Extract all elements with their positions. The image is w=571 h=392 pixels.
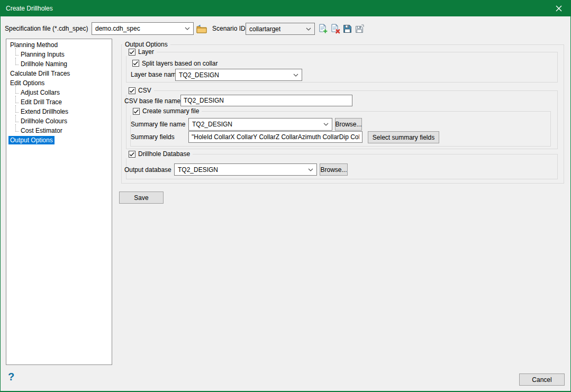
sidebar-tree: Planning MethodPlanning InputsDrillhole …	[6, 39, 112, 365]
chevron-down-icon	[293, 74, 298, 77]
summary-browse-button[interactable]: Browse...	[335, 118, 362, 131]
sidebar-item-cost-estimator[interactable]: Cost Estimator	[19, 126, 64, 135]
check-icon	[129, 151, 135, 157]
titlebar: Create Drillholes	[1, 1, 570, 16]
layer-checkbox-label: Layer	[138, 48, 154, 56]
summary-fields-label: Summary fields	[131, 133, 175, 141]
chevron-down-icon	[185, 27, 190, 30]
summary-fields-input[interactable]	[188, 131, 362, 143]
sidebar-item-planning-inputs[interactable]: Planning Inputs	[19, 50, 66, 59]
check-icon	[133, 60, 139, 66]
create-drillholes-dialog: Create Drillholes Specification file (*.…	[0, 0, 571, 392]
close-button[interactable]	[547, 1, 570, 16]
sidebar-item-output-options[interactable]: Output Options	[8, 136, 55, 144]
layer-base-name-combobox[interactable]: TQ2_DESIGN	[175, 69, 302, 81]
sidebar-item-edit-options[interactable]: Edit Options	[8, 79, 46, 87]
save-scenario-as-icon	[355, 24, 364, 33]
check-icon	[133, 108, 139, 114]
sidebar-item-drillhole-colours[interactable]: Drillhole Colours	[19, 117, 69, 125]
help-button[interactable]: ?	[8, 371, 14, 383]
scenario-id-label: Scenario ID	[212, 25, 246, 32]
database-browse-button[interactable]: Browse...	[320, 163, 348, 176]
scenario-id-combobox[interactable]: collartarget	[246, 23, 315, 35]
summary-file-name-label: Summary file name	[131, 121, 185, 128]
chevron-down-icon	[308, 168, 313, 171]
output-database-label: Output database	[124, 166, 171, 174]
layer-base-name-label: Layer base name	[131, 71, 180, 78]
tree-branch-line	[15, 48, 19, 56]
select-summary-fields-button[interactable]: Select summary fields	[368, 131, 439, 143]
scenario-id-value: collartarget	[249, 25, 280, 33]
check-icon	[129, 88, 135, 94]
csv-base-file-label: CSV base file name	[124, 97, 180, 105]
save-scenario-button[interactable]	[342, 23, 352, 34]
layer-legend: Layer	[126, 48, 157, 56]
sidebar-item-extend-drillholes[interactable]: Extend Drillholes	[19, 107, 70, 116]
sidebar-item-drillhole-naming[interactable]: Drillhole Naming	[19, 60, 69, 68]
delete-scenario-icon	[330, 24, 340, 34]
save-button[interactable]: Save	[119, 192, 164, 204]
tree-branch-line	[15, 124, 19, 132]
summary-file-name-value: TQ2_DESIGN	[192, 121, 232, 128]
create-summary-checkbox[interactable]	[133, 108, 140, 115]
spec-file-value: demo.cdh_spec	[95, 25, 140, 32]
sidebar-item-calculate-drill-traces[interactable]: Calculate Drill Traces	[8, 69, 71, 78]
chevron-down-icon	[306, 28, 311, 31]
output-database-value: TQ2_DESIGN	[178, 166, 218, 174]
create-summary-label: Create summary file	[142, 107, 199, 115]
cancel-button[interactable]: Cancel	[519, 373, 565, 386]
new-scenario-button[interactable]	[318, 23, 328, 34]
check-icon	[129, 49, 135, 55]
tree-branch-line	[15, 58, 19, 65]
csv-legend: CSV	[126, 86, 154, 95]
create-summary-legend: Create summary file	[130, 107, 202, 115]
csv-checkbox-label: CSV	[138, 87, 151, 94]
split-layers-checkbox[interactable]	[132, 60, 139, 67]
output-database-combobox[interactable]: TQ2_DESIGN	[174, 163, 317, 176]
layer-base-name-value: TQ2_DESIGN	[179, 71, 219, 79]
close-icon	[556, 5, 562, 12]
save-scenario-as-button[interactable]	[354, 23, 365, 34]
open-folder-icon	[196, 24, 207, 33]
summary-file-name-combobox[interactable]: TQ2_DESIGN	[188, 118, 332, 131]
spec-file-combobox[interactable]: demo.cdh_spec	[92, 22, 194, 35]
drillhole-database-legend: Drillhole Database	[126, 150, 193, 158]
open-spec-file-button[interactable]	[196, 23, 207, 34]
output-options-title: Output Options	[125, 41, 168, 48]
new-scenario-icon	[318, 24, 328, 34]
csv-checkbox[interactable]	[129, 87, 135, 94]
delete-scenario-button[interactable]	[330, 23, 340, 34]
drillhole-database-label: Drillhole Database	[138, 150, 190, 158]
tree-branch-line	[15, 96, 19, 103]
sidebar-item-adjust-collars[interactable]: Adjust Collars	[19, 88, 61, 97]
window-title: Create Drillholes	[6, 5, 53, 12]
csv-base-file-input[interactable]	[180, 95, 352, 106]
tree-branch-line	[15, 115, 19, 122]
spec-file-label: Specification file (*.cdh_spec)	[5, 25, 88, 32]
save-scenario-icon	[343, 24, 352, 33]
chevron-down-icon	[323, 123, 329, 126]
layer-checkbox[interactable]	[129, 49, 135, 56]
drillhole-database-checkbox[interactable]	[129, 151, 135, 158]
sidebar-item-edit-drill-trace[interactable]: Edit Drill Trace	[19, 98, 64, 106]
tree-branch-line	[15, 105, 19, 113]
split-layers-label: Split layers based on collar	[142, 60, 217, 67]
tree-branch-line	[15, 86, 19, 94]
